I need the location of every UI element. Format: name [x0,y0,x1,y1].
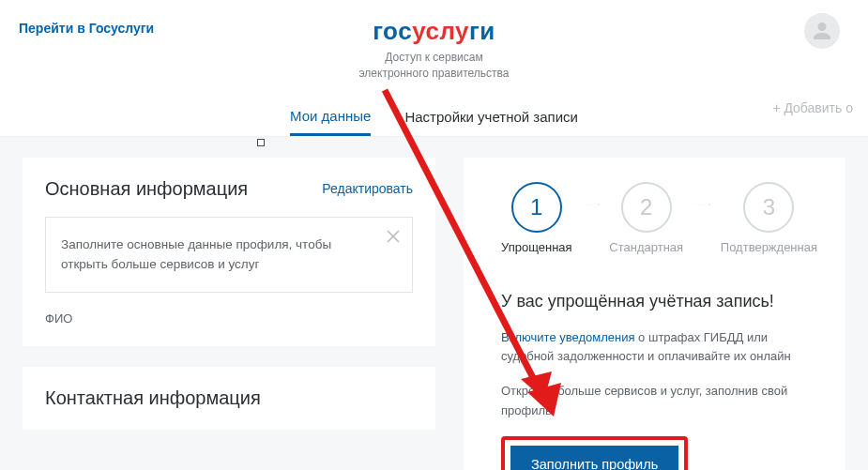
step-2-label: Стандартная [609,240,683,254]
enable-notifications-link[interactable]: Включите уведомления [501,330,635,344]
svg-marker-3 [598,204,600,205]
account-status-card: 1 Упрощенная 2 Стандартная 3 Подтвержден… [464,158,845,470]
logo-part-2: услу [412,17,469,45]
step-3-circle: 3 [743,182,794,233]
main-info-card: Основная информация Редактировать Заполн… [23,158,435,346]
tab-account-settings[interactable]: Настройки учетной записи [404,99,578,134]
contact-info-card: Контактная информация [23,367,435,430]
step-divider-1 [582,200,601,209]
tab-my-data[interactable]: Мои данные [290,99,371,136]
logo: госуслуги [358,17,509,46]
right-column: 1 Упрощенная 2 Стандартная 3 Подтвержден… [464,158,845,470]
open-more-info: Откройте больше сервисов и услуг, заполн… [501,382,817,421]
main-info-header: Основная информация Редактировать [45,178,413,200]
brand-subtitle: Доступ к сервисам электронного правитель… [358,50,509,82]
step-3-label: Подтвержденная [721,240,817,254]
fill-profile-notice: Заполните основные данные профиля, чтобы… [45,217,413,293]
fio-label: ФИО [45,311,413,326]
svg-marker-5 [708,204,710,205]
step-1-circle: 1 [511,182,562,233]
subtitle-line-2: электронного правительства [358,67,509,80]
tabs-row: Мои данные Настройки учетной записи + До… [0,89,868,137]
goto-gosuslugi-link[interactable]: Перейти в Госуслуги [19,21,154,36]
logo-part-1: гос [373,17,412,45]
user-icon [811,20,833,42]
avatar[interactable] [804,13,840,49]
add-org-link[interactable]: + Добавить о [772,100,853,115]
step-1-label: Упрощенная [501,240,572,254]
step-1: 1 Упрощенная [501,182,572,254]
button-highlight-annotation: Заполнить профиль [501,436,688,470]
subtitle-line-1: Доступ к сервисам [385,51,482,64]
brand-block: госуслуги Доступ к сервисам электронного… [358,17,509,82]
edit-link[interactable]: Редактировать [322,181,413,196]
close-icon [386,229,401,244]
main-info-title: Основная информация [45,178,248,200]
account-status-title: У вас упрощённая учётная запись! [501,292,817,311]
step-3: 3 Подтвержденная [721,182,817,254]
logo-part-3: ги [469,17,495,45]
selection-handle-icon [257,139,265,146]
main-content: Основная информация Редактировать Заполн… [0,137,868,470]
step-divider-2 [693,200,711,209]
notice-text: Заполните основные данные профиля, чтобы… [61,237,331,272]
steps-indicator: 1 Упрощенная 2 Стандартная 3 Подтвержден… [501,182,817,254]
step-2-circle: 2 [621,182,672,233]
left-column: Основная информация Редактировать Заполн… [23,158,435,470]
contact-info-title: Контактная информация [45,387,413,409]
notifications-info: Включите уведомления о штрафах ГИБДД или… [501,328,817,368]
fill-profile-button[interactable]: Заполнить профиль [510,446,678,470]
step-2: 2 Стандартная [609,182,683,254]
close-notice-button[interactable] [386,229,401,244]
top-header: Перейти в Госуслуги госуслуги Доступ к с… [0,0,868,89]
